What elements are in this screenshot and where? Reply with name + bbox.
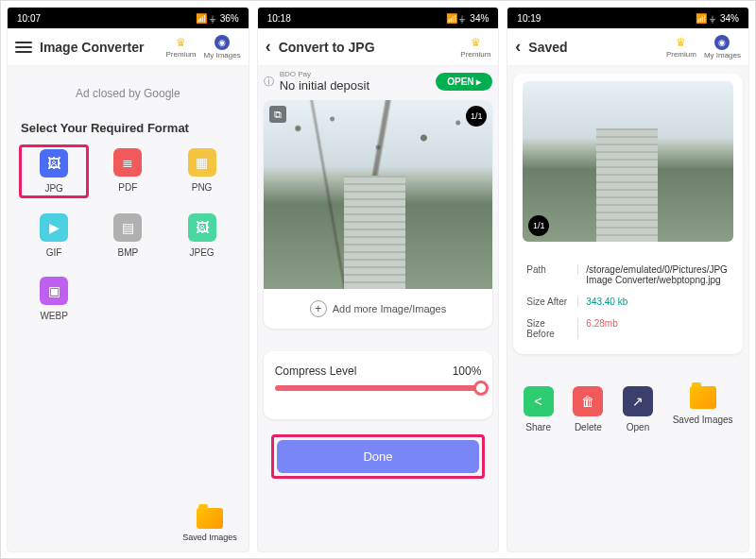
status-time: 10:18 [267, 13, 291, 24]
compress-label: Compress Level [275, 364, 357, 378]
format-png[interactable]: ▦ PNG [166, 144, 236, 198]
add-more-button[interactable]: + Add more Image/Images [264, 289, 493, 329]
crop-icon[interactable]: ⧉ [269, 106, 286, 123]
open-icon: ↗ [623, 386, 653, 416]
ad-closed-text: Ad closed by Google [15, 74, 241, 113]
share-icon: < [524, 386, 554, 416]
done-button[interactable]: Done [277, 440, 480, 473]
info-block: Path /storage/emulated/0/Pictures/JPG Im… [513, 249, 743, 354]
size-before-label: Size Before [526, 318, 578, 339]
premium-button[interactable]: ♛Premium [460, 36, 490, 59]
status-right: 📶 ⏚ 36% [196, 13, 239, 24]
format-icon: ▣ [40, 277, 68, 305]
my-images-button[interactable]: ◉My Images [204, 35, 241, 59]
trash-icon: 🗑 [573, 386, 603, 416]
premium-button[interactable]: ♛Premium [666, 36, 696, 59]
screen-saved: 10:19 📶 ⏚ 34% ‹ Saved ♛Premium ◉My Image… [507, 7, 749, 552]
size-after-label: Size After [526, 296, 578, 307]
info-icon: ⓘ [264, 75, 274, 89]
format-grid: 🖼 JPG ≣ PDF ▦ PNG ▶ GIF ▤ BMP [15, 144, 241, 325]
app-title: Image Converter [40, 40, 159, 55]
open-button[interactable]: ↗ Open [623, 386, 653, 432]
app-bar: ‹ Saved ♛Premium ◉My Images [507, 28, 748, 66]
format-icon: ▶ [40, 213, 68, 242]
delete-button[interactable]: 🗑 Delete [573, 386, 603, 432]
status-right: 📶 ⏚ 34% [446, 13, 490, 24]
my-images-button[interactable]: ◉My Images [704, 35, 741, 59]
crown-icon: ♛ [176, 36, 186, 49]
format-bmp[interactable]: ▤ BMP [93, 210, 163, 262]
screen-convert: 10:18 📶 ⏚ 34% ‹ Convert to JPG ♛Premium … [257, 7, 500, 552]
done-button-highlight: Done [271, 434, 486, 479]
ad-banner[interactable]: ⓘ BDO Pay No initial deposit OPEN ▸ [258, 66, 499, 96]
status-right: 📶 ⏚ 34% [696, 13, 739, 24]
section-title: Select Your Required Format [15, 113, 241, 144]
saved-images-button[interactable]: Saved Images [182, 508, 237, 542]
back-icon[interactable]: ‹ [266, 37, 271, 57]
image-preview[interactable]: 1/1 [523, 81, 733, 242]
images-icon: ◉ [215, 35, 230, 50]
slider-thumb[interactable] [473, 381, 489, 396]
menu-icon[interactable] [15, 42, 32, 53]
compress-card: Compress Level 100% [264, 351, 493, 419]
format-icon: ▦ [188, 148, 216, 177]
format-gif[interactable]: ▶ GIF [19, 210, 89, 262]
images-icon: ◉ [714, 35, 730, 50]
status-bar: 10:19 📶 ⏚ 34% [507, 8, 748, 28]
app-bar: Image Converter ♛Premium ◉My Images [8, 28, 249, 66]
format-webp[interactable]: ▣ WEBP [19, 273, 89, 325]
status-bar: 10:07 📶 ⏚ 36% [8, 8, 249, 28]
format-icon: 🖼 [40, 149, 68, 178]
compress-value: 100% [453, 364, 482, 378]
status-bar: 10:18 📶 ⏚ 34% [258, 8, 499, 28]
share-button[interactable]: < Share [524, 386, 554, 432]
app-title: Convert to JPG [279, 40, 454, 55]
status-time: 10:07 [17, 13, 41, 24]
back-icon[interactable]: ‹ [515, 37, 521, 57]
screen-format-select: 10:07 📶 ⏚ 36% Image Converter ♛Premium ◉… [7, 7, 249, 552]
crown-icon: ♛ [471, 36, 481, 49]
ad-open-button[interactable]: OPEN ▸ [436, 73, 492, 91]
saved-images-button[interactable]: Saved Images [673, 386, 733, 432]
format-jpg[interactable]: 🖼 JPG [19, 144, 89, 198]
compress-slider[interactable] [275, 385, 482, 391]
image-card: ⧉ 1/1 + Add more Image/Images [264, 100, 493, 329]
format-pdf[interactable]: ≣ PDF [93, 144, 163, 198]
app-bar: ‹ Convert to JPG ♛Premium [258, 28, 499, 66]
folder-icon [690, 386, 716, 409]
size-before-value: 6.28mb [586, 318, 730, 329]
format-icon: 🖼 [188, 213, 216, 242]
action-row: < Share 🗑 Delete ↗ Open Saved Images [513, 386, 743, 432]
result-card: 1/1 Path /storage/emulated/0/Pictures/JP… [513, 74, 743, 354]
plus-icon: + [310, 300, 327, 317]
size-after-value: 343.40 kb [586, 296, 730, 307]
format-jpeg[interactable]: 🖼 JPEG [166, 210, 236, 262]
image-preview[interactable]: ⧉ 1/1 [264, 100, 493, 289]
path-label: Path [526, 264, 578, 275]
format-icon: ▤ [113, 213, 142, 242]
format-icon: ≣ [113, 148, 142, 177]
path-value: /storage/emulated/0/Pictures/JPG Image C… [586, 264, 730, 285]
premium-button[interactable]: ♛Premium [166, 36, 197, 59]
status-time: 10:19 [517, 13, 541, 24]
folder-icon [197, 508, 223, 529]
app-title: Saved [528, 40, 659, 55]
crown-icon: ♛ [676, 36, 686, 49]
